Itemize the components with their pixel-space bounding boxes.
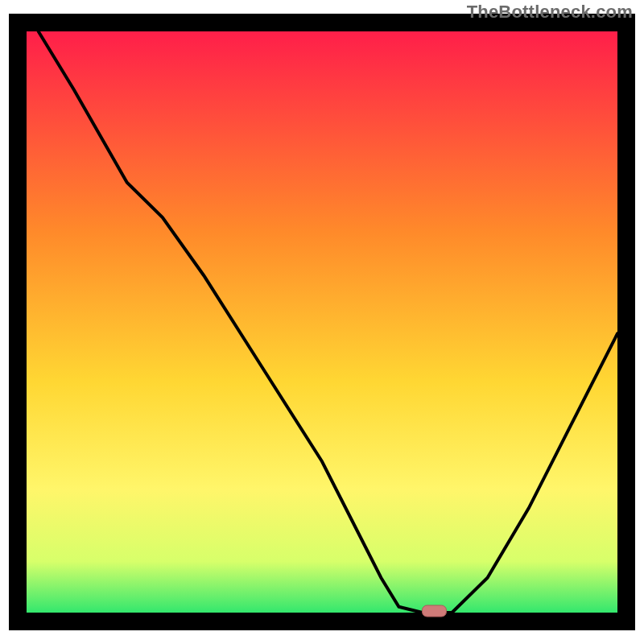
chart-frame: TheBottleneck.com [0,0,644,644]
plot-background [18,23,626,621]
optimum-marker [422,605,446,617]
chart-svg [0,0,644,644]
watermark-text: TheBottleneck.com [467,2,633,23]
